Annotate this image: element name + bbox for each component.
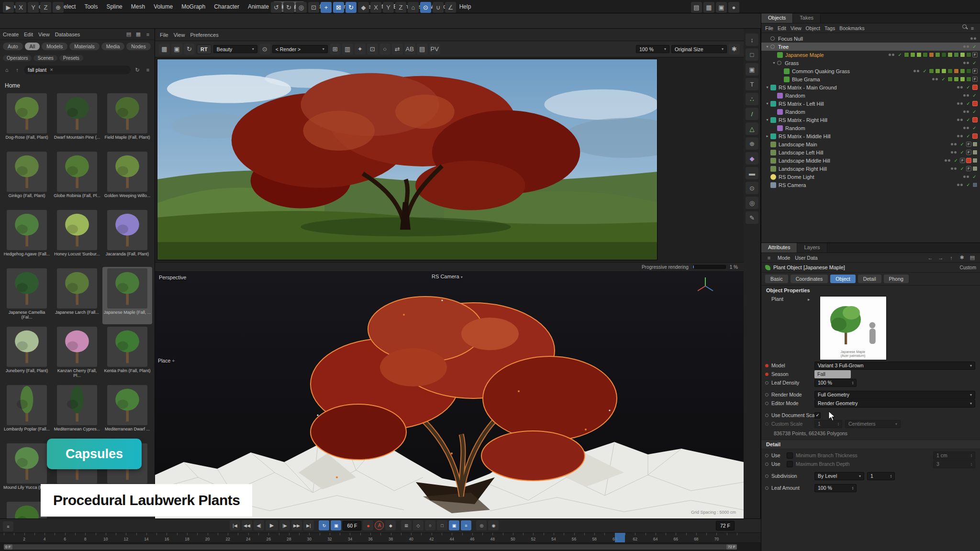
enabled-check-icon[interactable]: ✓ [959,166,965,171]
rect-selection-icon[interactable]: ⊡ [308,2,319,13]
attr-number[interactable]: 100 %▴▾ [814,484,857,492]
end-frame-field[interactable]: 72 F [716,521,735,530]
renderer-select[interactable]: < Render >▾ [272,45,328,53]
redshift-tag-icon[interactable] [972,85,978,90]
texture-tag-icon[interactable] [972,150,978,155]
start-render-icon[interactable]: ▦ [159,44,170,55]
menu-item-help[interactable]: Help [455,1,476,12]
phong-tag-icon[interactable]: F [972,68,978,74]
object-row[interactable]: ▾Tree✓ [761,43,980,51]
visibility-dots[interactable] [963,110,969,113]
ab-compare-icon[interactable]: AB [404,44,415,55]
om-menu-edit[interactable]: Edit [778,25,786,31]
zoom-select[interactable]: 100 %▾ [636,45,669,53]
perspective-viewport[interactable]: Perspective RS Camera ▾ Place + Grid Spa… [155,272,744,518]
snap-mode-icon[interactable]: ⊙ [746,182,758,194]
texture-mode-icon[interactable]: T [746,78,758,90]
picture-viewer-icon[interactable]: ▤ [417,44,428,55]
region-render-icon[interactable]: ⊡ [367,44,378,55]
undo-icon[interactable]: ↺ [271,2,282,13]
visibility-dots[interactable] [957,184,963,186]
refresh-icon[interactable]: ↻ [134,66,141,74]
asset-item[interactable]: Globe Robinia (Fall, Pl... [52,150,102,208]
phong-tag-icon[interactable]: F [972,52,978,57]
material-swatch[interactable] [966,52,971,57]
visibility-dots[interactable] [945,159,950,162]
visibility-dots[interactable] [963,62,969,64]
browser-menu-databases[interactable]: Databases [55,32,80,37]
current-frame-marker[interactable] [615,533,625,542]
om-menu-file[interactable]: File [765,25,773,31]
back-icon[interactable]: ← [926,254,934,262]
filter-auto[interactable]: Auto [3,43,23,50]
asset-item[interactable]: Mediterranean Cypres... [52,384,102,441]
attr-page-coordinates[interactable]: Coordinates [791,275,828,283]
attr-menu-icon[interactable]: ≡ [765,254,773,262]
object-row[interactable]: RS Camera✓ [761,181,980,189]
attr-page-phong[interactable]: Phong [884,275,909,283]
menu-item-character[interactable]: Character [210,1,244,12]
phong-tag-icon[interactable]: F [966,142,971,147]
expand-icon[interactable]: ▾ [764,85,770,89]
keyframe-dot[interactable] [765,454,768,457]
visibility-dots[interactable] [963,94,969,97]
timeline-menu-icon[interactable]: ≡ [3,521,13,531]
object-mode-icon[interactable]: ▣ [746,63,758,76]
next-frame-button[interactable]: |▶ [279,520,290,530]
filter-icon[interactable]: ≡ [969,24,976,32]
browser-menu-icon[interactable]: ≡ [144,31,152,38]
category-presets[interactable]: Presets [59,55,83,61]
visibility-dots[interactable] [957,86,963,88]
menu-item-animate[interactable]: Animate [244,1,273,12]
record-button[interactable]: ● [363,520,373,530]
asset-item[interactable]: Mediterranean Dwarf ... [102,384,152,441]
world-coordinates-icon[interactable]: ⊕ [53,2,64,13]
spinner-icon[interactable]: ▴▾ [890,474,891,478]
expand-icon[interactable]: ▾ [764,101,770,106]
material-swatch[interactable] [929,68,934,74]
phong-tag-icon[interactable]: F [972,77,978,82]
asset-item[interactable]: Jacaranda (Fall, Plant) [102,209,152,266]
visibility-dots[interactable] [913,70,919,72]
keyframe-dot[interactable] [765,402,768,405]
edges-mode-icon[interactable]: / [746,108,758,120]
material-swatch[interactable] [960,68,965,74]
visibility-dots[interactable] [963,127,969,129]
asset-item[interactable]: Dwarf Mountain Pine (... [52,92,102,149]
loop-button[interactable]: ↻ [319,520,329,530]
keyframe-dot[interactable] [765,414,768,417]
z-axis-icon[interactable]: Z [395,2,406,13]
list-icon[interactable]: ▤ [969,254,976,262]
enabled-check-icon[interactable]: ✓ [971,174,978,179]
attr-number[interactable]: 1▴▾ [867,472,895,480]
chevron-right-icon[interactable]: ▸ [808,297,810,302]
list-view-icon[interactable]: ▦ [134,31,142,38]
search-icon[interactable] [962,24,967,29]
keyframe-dot[interactable] [765,364,768,367]
om-tab-takes[interactable]: Takes [793,13,821,23]
record-scale-button[interactable]: ◇ [413,520,423,530]
visibility-dots[interactable] [970,37,976,40]
swap-icon[interactable]: ⇄ [392,44,403,55]
asset-item[interactable]: Hedgehog Agave (Fall... [2,209,52,266]
material-swatch[interactable] [960,52,965,57]
object-row[interactable]: ▾RS Matrix - Left Hill✓ [761,99,980,108]
enabled-check-icon[interactable]: ✓ [953,158,959,163]
visibility-dots[interactable] [957,119,963,121]
render-menu-file[interactable]: File [160,32,168,38]
om-tab-objects[interactable]: Objects [761,13,793,23]
category-scenes[interactable]: Scenes [33,55,57,61]
material-swatch[interactable] [904,52,909,57]
filter-nodes[interactable]: Nodes [126,43,150,50]
attr-select[interactable]: Variant 3 Full-Grown▾ [814,362,975,370]
menu-item-mograph[interactable]: MoGraph [177,1,210,12]
attr-tab-layers[interactable]: Layers [797,243,827,253]
material-swatch[interactable] [941,68,947,74]
snap-icon[interactable]: ⊙ [420,2,431,13]
polygons-mode-icon[interactable]: △ [746,122,758,135]
browser-options-icon[interactable]: ≡ [144,66,152,74]
material-swatch[interactable] [916,52,922,57]
attr-page-object[interactable]: Object [830,275,855,283]
phong-tag-icon[interactable]: F [960,158,965,163]
asset-item[interactable]: Japanese Maple (Fall, ... [102,267,152,324]
